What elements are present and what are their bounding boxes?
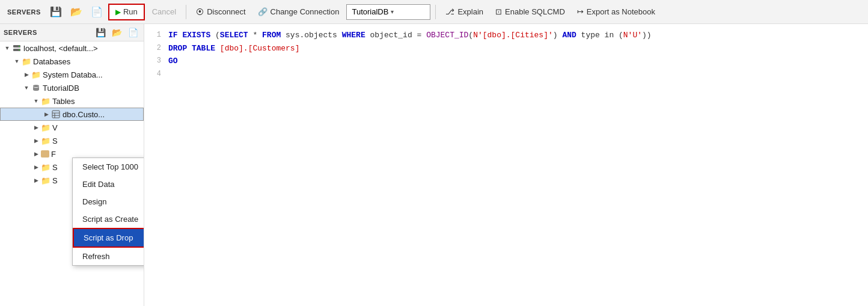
svg-point-3: [19, 49, 20, 50]
enable-sqlcmd-button[interactable]: ⊡ Enable SQLCMD: [491, 5, 570, 18]
folder-v-icon: 📁: [41, 123, 50, 132]
line-content-3: GO: [168, 55, 178, 67]
toolbar: SERVERS 💾 📂 📄 ▶ Run Cancel ⦿ Disconnect …: [0, 0, 868, 24]
export-label: Export as Notebook: [587, 7, 655, 16]
code-line-3: 3 GO: [144, 55, 868, 68]
export-notebook-button[interactable]: ↦ Export as Notebook: [572, 5, 660, 18]
disconnect-icon: ⦿: [196, 7, 204, 16]
server-name: localhost, <default...>: [23, 44, 98, 53]
separator-2: [435, 5, 436, 19]
code-line-1: 1 IF EXISTS (SELECT * FROM sys.objects W…: [144, 29, 868, 42]
sidebar-title: SERVERS: [4, 29, 91, 36]
db-icon: [31, 83, 41, 93]
play-icon: ▶: [115, 8, 121, 16]
new-query-button[interactable]: 📄: [88, 4, 106, 19]
line-number-4: 4: [144, 69, 168, 79]
explain-icon: ⎇: [445, 7, 454, 16]
sidebar-item-tables[interactable]: ▼ 📁 Tables: [0, 94, 144, 108]
explain-button[interactable]: ⎇ Explain: [441, 5, 488, 18]
code-line-4: 4: [144, 68, 868, 80]
expand-icon: ▶: [22, 70, 31, 79]
expand-icon: ▶: [31, 136, 41, 145]
svg-rect-5: [52, 111, 60, 118]
databases-folder-icon: 📁: [22, 57, 31, 66]
context-item-design[interactable]: Design: [73, 193, 144, 210]
sidebar-item-v[interactable]: ▶ 📁 V: [0, 121, 144, 134]
sqlcmd-icon: ⊡: [495, 7, 502, 16]
change-connection-icon: 🔗: [258, 7, 267, 16]
systemdb-label: System Databa...: [43, 70, 103, 79]
context-menu: Select Top 1000 Edit Data Design Script …: [72, 158, 144, 266]
databases-label: Databases: [33, 57, 70, 66]
database-selector[interactable]: TutorialDB ▾: [346, 4, 430, 20]
folder-s1-icon: 📁: [41, 136, 50, 145]
line-number-1: 1: [144, 29, 168, 40]
sqlcmd-label: Enable SQLCMD: [505, 7, 565, 16]
context-item-select-top-1000[interactable]: Select Top 1000: [73, 158, 144, 176]
run-button[interactable]: ▶ Run: [108, 4, 145, 20]
sidebar-item-databases[interactable]: ▼ 📁 Databases: [0, 55, 144, 68]
expand-icon: ▼: [31, 96, 41, 106]
sidebar-item-s1[interactable]: ▶ 📁 S: [0, 134, 144, 147]
expand-icon: ▼: [22, 83, 31, 93]
run-label: Run: [123, 7, 138, 16]
explain-label: Explain: [457, 7, 483, 16]
open-button[interactable]: 📂: [67, 4, 85, 19]
sidebar: SERVERS 💾 📂 📄 ▼ localhost, <default...> …: [0, 24, 144, 306]
tables-folder-icon: 📁: [41, 96, 50, 106]
expand-icon: ▶: [31, 123, 41, 132]
expand-icon: ▶: [31, 149, 41, 159]
servers-label: SERVERS: [4, 8, 44, 16]
expand-icon: ▶: [31, 176, 41, 185]
sidebar-item-systemdb[interactable]: ▶ 📁 System Databa...: [0, 68, 144, 81]
chevron-down-icon: ▾: [391, 8, 425, 15]
sidebar-item-root[interactable]: ▼ localhost, <default...>: [0, 41, 144, 55]
change-connection-label: Change Connection: [270, 7, 340, 16]
line-content-1: IF EXISTS (SELECT * FROM sys.objects WHE…: [168, 29, 652, 41]
svg-point-4: [33, 85, 39, 87]
change-connection-button[interactable]: 🔗 Change Connection: [253, 5, 344, 18]
context-item-refresh[interactable]: Refresh: [73, 248, 144, 265]
sidebar-icon-btn-1[interactable]: 💾: [94, 26, 108, 38]
database-name: TutorialDB: [352, 7, 388, 16]
disconnect-label: Disconnect: [207, 7, 245, 16]
code-line-2: 2 DROP TABLE [dbo].[Customers]: [144, 42, 868, 55]
expand-icon: ▼: [2, 43, 12, 53]
sidebar-icon-btn-2[interactable]: 📂: [110, 26, 124, 38]
code-editor[interactable]: 1 IF EXISTS (SELECT * FROM sys.objects W…: [144, 24, 868, 306]
tables-label: Tables: [52, 97, 75, 106]
cancel-button[interactable]: Cancel: [147, 5, 181, 18]
context-item-script-as-create[interactable]: Script as Create: [73, 210, 144, 228]
expand-icon: ▶: [31, 162, 41, 172]
folder-s3-icon: 📁: [41, 176, 50, 185]
sidebar-icon-btn-3[interactable]: 📄: [126, 26, 140, 38]
table-icon: [51, 109, 61, 119]
folder-f-icon: [41, 150, 49, 158]
main-content: SERVERS 💾 📂 📄 ▼ localhost, <default...> …: [0, 24, 868, 306]
sidebar-item-tutorialdb[interactable]: ▼ TutorialDB: [0, 81, 144, 94]
folder-s2-icon: 📁: [41, 162, 50, 172]
context-item-script-as-drop[interactable]: Script as Drop: [73, 228, 144, 248]
export-icon: ↦: [577, 7, 584, 16]
servers-header: SERVERS 💾 📂 📄: [0, 24, 144, 41]
separator-1: [186, 5, 186, 19]
save-button[interactable]: 💾: [47, 4, 65, 19]
sidebar-item-dbo-customers[interactable]: ▶ dbo.Custo...: [0, 108, 144, 121]
tutorialdb-label: TutorialDB: [43, 84, 79, 93]
disconnect-button[interactable]: ⦿ Disconnect: [191, 5, 250, 18]
svg-point-2: [19, 46, 20, 47]
context-item-edit-data[interactable]: Edit Data: [73, 176, 144, 193]
server-icon: [12, 43, 22, 53]
line-content-2: DROP TABLE [dbo].[Customers]: [168, 43, 299, 55]
expand-icon: ▼: [12, 57, 22, 66]
expand-icon: ▶: [41, 109, 51, 119]
systemdb-folder-icon: 📁: [31, 70, 41, 79]
table-name: dbo.Custo...: [63, 110, 105, 119]
line-number-3: 3: [144, 55, 168, 66]
line-number-2: 2: [144, 43, 168, 54]
